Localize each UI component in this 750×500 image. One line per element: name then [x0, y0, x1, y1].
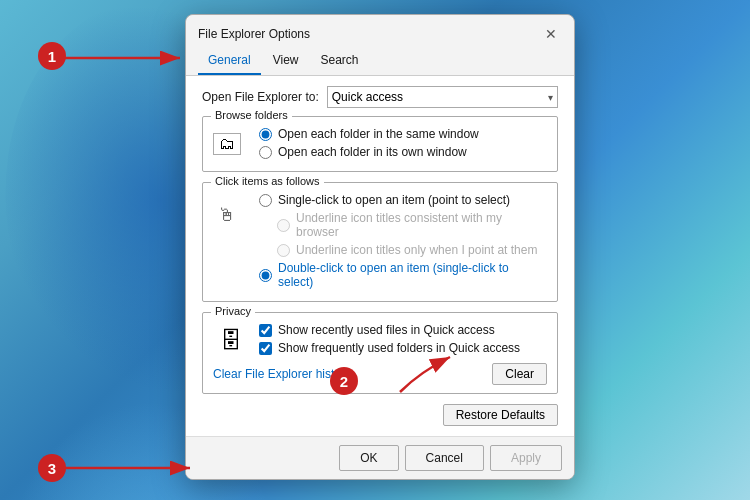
- tab-search[interactable]: Search: [311, 49, 369, 75]
- restore-defaults-button[interactable]: Restore Defaults: [443, 404, 558, 426]
- click-items-title: Click items as follows: [211, 175, 324, 187]
- privacy-icon: 🗄: [213, 323, 249, 359]
- close-button[interactable]: ✕: [540, 23, 562, 45]
- click-items-section: Click items as follows 🖱 Single-click to…: [202, 182, 558, 302]
- callout-2: 2: [330, 367, 358, 395]
- click-radio-row-1: Single-click to open an item (point to s…: [259, 193, 547, 207]
- open-to-label: Open File Explorer to:: [202, 90, 319, 104]
- click-radio-4-label: Double-click to open an item (single-cli…: [278, 261, 547, 289]
- browse-radio-1-label: Open each folder in the same window: [278, 127, 479, 141]
- browse-radio-2-label: Open each folder in its own window: [278, 145, 467, 159]
- privacy-check-1[interactable]: [259, 324, 272, 337]
- privacy-title: Privacy: [211, 305, 255, 317]
- click-radio-2-label: Underline icon titles consistent with my…: [296, 211, 547, 239]
- browse-radio-1[interactable]: [259, 128, 272, 141]
- chevron-down-icon: ▾: [548, 92, 553, 103]
- dialog: File Explorer Options ✕ General View Sea…: [185, 14, 575, 480]
- click-radio-3-label: Underline icon titles only when I point …: [296, 243, 537, 257]
- cursor-icon: 🖱: [213, 199, 241, 231]
- click-radio-col: Single-click to open an item (point to s…: [259, 193, 547, 293]
- click-radio-row-3: Underline icon titles only when I point …: [277, 243, 547, 257]
- dialog-title: File Explorer Options: [198, 27, 310, 41]
- open-to-select[interactable]: Quick access ▾: [327, 86, 558, 108]
- click-radio-3: [277, 244, 290, 257]
- cancel-button[interactable]: Cancel: [405, 445, 484, 471]
- browse-folders-content: 🗂 Open each folder in the same window Op…: [213, 127, 547, 163]
- browse-icon-col: 🗂: [213, 127, 251, 163]
- dialog-footer: OK Cancel Apply: [186, 436, 574, 479]
- privacy-check-row-1: Show recently used files in Quick access: [259, 323, 547, 337]
- browse-folders-title: Browse folders: [211, 109, 292, 121]
- browse-radio-row-2: Open each folder in its own window: [259, 145, 547, 159]
- privacy-check-2[interactable]: [259, 342, 272, 355]
- click-radio-4[interactable]: [259, 269, 272, 282]
- apply-button[interactable]: Apply: [490, 445, 562, 471]
- click-radio-2: [277, 219, 290, 232]
- callout-1: 1: [38, 42, 66, 70]
- click-radio-1-label: Single-click to open an item (point to s…: [278, 193, 510, 207]
- open-to-value: Quick access: [332, 90, 403, 104]
- click-radio-1[interactable]: [259, 194, 272, 207]
- tabs-bar: General View Search: [186, 45, 574, 76]
- browse-radio-2[interactable]: [259, 146, 272, 159]
- restore-row: Restore Defaults: [202, 404, 558, 426]
- arrow-1: [65, 48, 185, 68]
- callout-3: 3: [38, 454, 66, 482]
- folder-icon: 🗂: [213, 133, 241, 155]
- dialog-titlebar: File Explorer Options ✕: [186, 15, 574, 45]
- browse-folders-section: Browse folders 🗂 Open each folder in the…: [202, 116, 558, 172]
- click-radio-row-4: Double-click to open an item (single-cli…: [259, 261, 547, 289]
- ok-button[interactable]: OK: [339, 445, 398, 471]
- click-radio-row-2: Underline icon titles consistent with my…: [277, 211, 547, 239]
- arrow-3: [65, 458, 195, 478]
- click-icon-col: 🖱: [213, 193, 251, 293]
- clear-button[interactable]: Clear: [492, 363, 547, 385]
- open-to-row: Open File Explorer to: Quick access ▾: [202, 86, 558, 108]
- tab-view[interactable]: View: [263, 49, 309, 75]
- click-items-content: 🖱 Single-click to open an item (point to…: [213, 193, 547, 293]
- browse-radio-col: Open each folder in the same window Open…: [259, 127, 547, 163]
- privacy-check-1-label: Show recently used files in Quick access: [278, 323, 495, 337]
- browse-radio-row-1: Open each folder in the same window: [259, 127, 547, 141]
- tab-general[interactable]: General: [198, 49, 261, 75]
- arrow-2: [360, 352, 460, 402]
